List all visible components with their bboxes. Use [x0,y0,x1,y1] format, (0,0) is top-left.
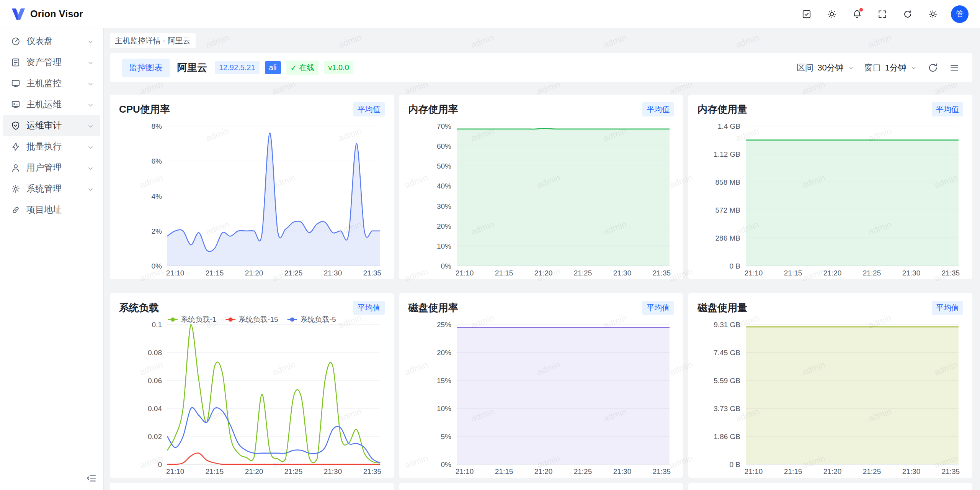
main-content: adminadminadminadminadminadminadminadmin… [104,28,980,490]
svg-text:7.45 GB: 7.45 GB [714,349,741,357]
svg-text:21:20: 21:20 [245,467,263,475]
sidebar-item-label: 用户管理 [26,162,81,174]
settings-button[interactable] [926,7,940,21]
chart-card-cpu: CPU使用率平均值0%2%4%6%8%21:1021:1521:2021:252… [110,95,394,279]
batch-icon [11,142,21,152]
svg-text:21:10: 21:10 [745,467,763,475]
svg-text:21:15: 21:15 [495,467,513,475]
sidebar-collapse-button[interactable] [86,472,97,484]
sidebar-item-assets[interactable]: 资产管理 [3,52,100,73]
chart-card-partial [110,483,394,490]
chart-title: 内存使用率 [408,103,458,116]
window-select[interactable]: 窗口 1分钟 [864,62,917,74]
chart-card-partial [688,483,972,490]
chart-list-button[interactable] [949,62,960,74]
svg-text:50%: 50% [437,162,451,170]
fullscreen-icon [877,9,887,19]
avg-badge: 平均值 [353,102,385,116]
svg-text:858 MB: 858 MB [715,178,740,186]
svg-text:21:25: 21:25 [573,269,592,277]
svg-text:0.06: 0.06 [148,377,162,385]
chart-title: 内存使用量 [697,103,747,116]
sidebar-item-ops-audit[interactable]: 运维审计 [3,115,100,136]
legend-item[interactable]: 系统负载-1 [168,315,216,324]
svg-text:0 B: 0 B [730,262,741,270]
refresh-button[interactable] [900,7,915,21]
svg-text:9.31 GB: 9.31 GB [714,321,741,329]
chart-legend: 系统负载-1系统负载-15系统负载-5 [168,315,336,324]
chart-title: 磁盘使用量 [697,301,747,315]
avg-badge: 平均值 [932,102,963,116]
next-row-partial [110,483,972,490]
sidebar-item-label: 资产管理 [26,56,81,68]
refresh-charts-button[interactable] [927,62,939,74]
check-square-button[interactable] [799,7,814,21]
svg-text:21:10: 21:10 [455,269,474,277]
svg-text:21:25: 21:25 [573,467,592,475]
chart-title: 系统负载 [119,301,159,315]
svg-text:2%: 2% [152,227,162,235]
host-tag: ✓在线 [286,61,319,75]
check-icon: ✓ [291,63,297,72]
svg-text:0%: 0% [441,461,451,469]
avatar[interactable]: 管 [951,5,969,23]
chart-memory-rate: 0%10%20%30%40%50%60%70%21:1021:1521:2021… [408,118,674,277]
monitor-chart-button[interactable]: 监控图表 [122,59,170,77]
chart-card-partial [399,483,683,490]
notification-dot [859,8,863,11]
svg-text:0.08: 0.08 [148,349,162,357]
sidebar-item-user-mgmt[interactable]: 用户管理 [3,157,100,178]
chart-title: CPU使用率 [119,103,170,116]
sidebar-item-system-mgmt[interactable]: 系统管理 [3,178,100,199]
svg-text:21:35: 21:35 [652,467,671,475]
breadcrumb-item[interactable]: 主机监控详情 - 阿里云 [110,33,196,48]
avg-badge: 平均值 [353,301,385,315]
svg-text:21:35: 21:35 [652,269,671,277]
sidebar-item-host-ops[interactable]: 主机运维 [3,94,100,115]
sidebar-item-batch-exec[interactable]: 批量执行 [3,136,100,157]
svg-text:0%: 0% [441,262,451,270]
sidebar-item-project-link[interactable]: 项目地址 [3,199,100,220]
svg-text:0.02: 0.02 [148,433,162,441]
svg-text:4%: 4% [152,192,162,200]
topbar-actions: 管 [799,5,969,23]
svg-text:572 MB: 572 MB [715,206,740,214]
svg-text:21:20: 21:20 [823,269,842,277]
chart-title: 磁盘使用率 [408,301,458,315]
svg-text:21:30: 21:30 [902,269,921,277]
legend-item[interactable]: 系统负载-5 [287,315,336,324]
svg-text:40%: 40% [437,182,451,190]
notification-button[interactable] [850,7,864,21]
svg-text:21:20: 21:20 [534,467,552,475]
chart-disk-amount: 0 B1.86 GB3.73 GB5.59 GB7.45 GB9.31 GB21… [697,316,963,475]
chevron-down-icon [87,80,94,87]
fullscreen-button[interactable] [875,7,890,21]
sidebar-item-label: 系统管理 [26,183,81,195]
legend-item[interactable]: 系统负载-15 [225,315,278,324]
theme-button[interactable] [825,7,839,21]
shield-icon [11,121,21,131]
svg-text:25%: 25% [437,321,451,329]
interval-select[interactable]: 区间 30分钟 [797,62,854,74]
interval-label: 区间 [797,62,813,74]
svg-text:21:15: 21:15 [206,269,224,277]
svg-text:21:30: 21:30 [613,467,631,475]
settings-icon [928,9,938,19]
sidebar-item-dashboard[interactable]: 仪表盘 [3,31,100,52]
avg-badge: 平均值 [642,102,674,116]
chevron-down-icon [87,185,94,192]
host-toolbar-card: 监控图表 阿里云 12.92.5.21ali✓在线v1.0.0 区间 30分钟 … [110,53,972,82]
chart-memory-amount: 0 B286 MB572 MB858 MB1.12 GB1.4 GB21:102… [697,118,963,277]
monitor-icon [11,79,21,88]
chevron-down-icon [848,64,854,71]
check-square-icon [802,9,812,19]
svg-text:21:15: 21:15 [495,269,513,277]
svg-text:6%: 6% [152,157,162,165]
svg-text:21:30: 21:30 [324,269,342,277]
svg-text:10%: 10% [437,242,451,250]
sidebar: 仪表盘资产管理主机监控主机运维运维审计批量执行用户管理系统管理项目地址 [0,28,104,490]
svg-text:21:35: 21:35 [363,269,382,277]
dashboard-icon [11,36,21,46]
gear-icon [11,184,21,194]
sidebar-item-host-monitor[interactable]: 主机监控 [3,73,100,94]
